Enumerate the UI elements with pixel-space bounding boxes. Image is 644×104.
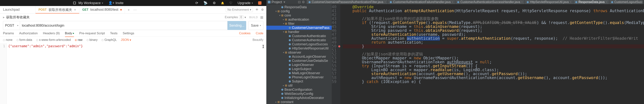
file-tab[interactable]: ResponseData.java× [574,0,609,4]
tree-package[interactable]: ▾handler [266,30,332,34]
tree-class[interactable]: LoginSubject [266,67,332,71]
editor-content[interactable]: @Override public Authentication attemptA… [340,4,644,104]
project-label[interactable]: Project [272,0,282,4]
method-selector[interactable]: POST ▾ [3,21,20,30]
tree-class[interactable]: MailLoginObserver [266,71,332,75]
tab-menu-button[interactable]: ⋯ [132,6,138,13]
expand-icon[interactable]: ▾ [282,31,285,33]
tree-class[interactable]: LoginObserver [266,63,332,67]
project-tree[interactable]: ResponseData▾config▾core▸authentication▾… [266,4,332,104]
tree-class[interactable]: CustomerUsernamePass [266,26,332,30]
tab-settings[interactable]: Settings [123,32,134,35]
expand-icon[interactable]: ▾ [279,14,281,17]
file-tab[interactable]: CustomerLogoutSucc [609,0,642,4]
close-icon[interactable]: × [606,1,607,3]
tab-prerequest[interactable]: Pre-request Script [79,32,105,35]
tree-class[interactable]: CustomerUserDetailsSe [266,59,332,63]
tree-class[interactable]: PhoneLoginObserver [266,75,332,79]
file-tab[interactable]: HttpServletResponseUtil.java× [525,0,573,4]
body-editor[interactable]: 1 {"username":"admin","password":"admin"… [0,43,266,104]
tree-package[interactable]: ▾core [266,13,332,18]
tree-class[interactable]: WebSecurityConfig [266,92,332,96]
chevron-down-icon[interactable]: ▾ [284,0,285,4]
send-button[interactable]: Sending... [228,21,246,30]
close-icon[interactable]: × [521,1,522,3]
tree-class[interactable]: BeanConfiguration [266,87,332,92]
env-settings-icon[interactable]: ⚙ [261,8,264,12]
tab-headers[interactable]: Headers (9) [43,32,60,35]
project-tool-icon[interactable] [268,1,270,3]
notifications-icon[interactable]: 🔔 [221,2,224,5]
tab-tests[interactable]: Tests [110,32,118,35]
tree-class[interactable]: CustomerAuthenticatio [266,34,332,38]
cookies-link[interactable]: Cookies [239,32,250,35]
tree-package[interactable]: ▸authentication [266,18,332,22]
upgrade-button[interactable]: Upgrade ▾ [238,1,253,5]
tree-class[interactable]: CustomerAuthenticatio [266,38,332,42]
tree-class[interactable]: Subject [266,79,332,83]
invite-button[interactable]: 👤+ Invite [108,1,124,5]
back-icon[interactable]: ▸ [3,15,5,19]
code-editor[interactable]: 4041424344454647484950515253545556575859… [332,4,644,104]
tab-params[interactable]: Params [3,32,14,35]
tree-node-label: CustomerLogoutSucces [292,42,328,46]
tab-authorization[interactable]: Authorization [19,32,38,35]
close-icon[interactable]: × [452,1,453,3]
browse-icon[interactable]: ▦ [260,15,263,19]
tool-settings-icon[interactable]: ⚙ [302,0,305,4]
radio-binary[interactable]: binary [87,38,98,42]
tree-package[interactable]: ▾observer [266,50,332,55]
sync-icon[interactable]: ⟳ [195,1,198,5]
expand-icon[interactable]: ▸ [275,101,277,103]
request-title[interactable]: 获取所有收藏夹 [6,15,30,20]
expand-icon[interactable]: ▸ [282,18,285,21]
tree-class[interactable]: CustomerLogoutSucces [266,42,332,46]
radio-graphql[interactable]: GraphQL [102,38,117,42]
tree-package[interactable]: ▾filter [266,22,332,26]
tree-class[interactable]: InitializingAdviceDecorator [266,96,332,100]
expand-icon[interactable]: ▾ [282,51,285,54]
close-icon[interactable]: × [384,1,386,3]
env-quicklook-icon[interactable]: 👁 [256,8,258,12]
url-input[interactable]: localhost:8080/account/login [20,21,228,30]
launchpad-tab[interactable]: Launchpad [0,6,36,13]
expand-icon[interactable]: ▸ [282,84,285,87]
heart-icon[interactable]: ♡ [229,1,232,5]
tool-collapse-icon[interactable]: ⊟ [298,0,301,4]
radio-form-data[interactable]: form-data [16,38,32,42]
breakpoint-column[interactable] [338,4,340,104]
tree-package[interactable]: ▸util [266,83,332,87]
editor-content[interactable]: {"username":"admin","password":"admin"} … [7,43,266,104]
expand-icon[interactable]: ▾ [282,22,285,25]
tab-request-0[interactable]: POST 获取所有收藏夹 ✕ [36,6,80,13]
radio-raw[interactable]: raw [75,38,82,42]
add-tab-button[interactable]: ＋ [125,6,132,13]
radio-none[interactable]: none [3,38,12,42]
expand-icon[interactable]: ▾ [275,10,277,13]
tab-body[interactable]: Body [65,32,74,35]
close-icon[interactable]: × [570,1,571,3]
code-link[interactable]: Code [256,32,263,35]
raw-language-selector[interactable]: JSON ▾ [121,38,131,42]
tab-request-1[interactable]: GET localhost:8080/test [80,6,125,13]
tree-package[interactable]: ▾config [266,9,332,13]
tree-class[interactable]: HttpServletResponseUtil [266,46,332,50]
tree-package[interactable]: ▸constant [266,100,332,104]
file-tab[interactable]: CustomerAuthenticationSuccessHandler.jav… [455,0,524,4]
request-subtabs: Params Authorization Headers (9) Body Pr… [0,30,266,37]
environment-selector[interactable]: No Environment ▾ [226,7,253,12]
radio-urlencoded[interactable]: x-www-form-urlencoded [36,38,71,42]
capture-icon[interactable]: 📡 [204,1,208,5]
settings-icon[interactable]: ⚙ [213,1,216,5]
tree-class[interactable]: ResponseData [266,5,332,9]
close-icon[interactable]: ✕ [74,8,76,11]
breakpoint-icon[interactable] [338,45,340,47]
save-button[interactable]: Save ▾ [248,21,263,30]
examples-dropdown[interactable]: Examples 0 ▾ [225,15,246,19]
file-tab[interactable]: CustomerUsernamePasswordAuthenticationFi… [307,0,388,4]
tree-class[interactable]: AccountLoginObserver [266,55,332,59]
avatar[interactable] [258,1,262,5]
file-tab[interactable]: CustomerAuthenticationFailureHandler.jav… [388,0,455,4]
workspace-switcher[interactable]: My Workspace ▾ [73,1,103,5]
beautify-button[interactable]: Beautify [252,38,263,42]
